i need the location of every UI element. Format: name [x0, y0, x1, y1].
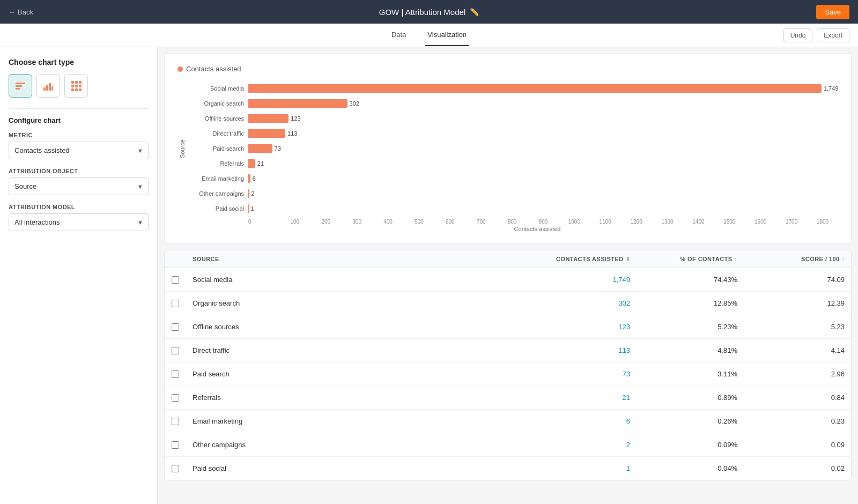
td-contacts-6[interactable]: 6 — [620, 417, 637, 425]
svg-rect-4 — [46, 85, 48, 91]
td-source-1: Organic search — [186, 299, 529, 307]
td-pct-8: 0.04% — [711, 464, 744, 472]
svg-rect-11 — [75, 85, 78, 87]
legend-dot — [177, 66, 183, 72]
svg-rect-7 — [71, 81, 74, 84]
chart-type-title: Choose chart type — [9, 58, 149, 66]
td-contacts-4[interactable]: 73 — [616, 370, 637, 378]
row-checkbox-3[interactable] — [165, 347, 186, 354]
table-row: Direct traffic1134.81%4.14 — [165, 339, 851, 362]
td-source-6: Email marketing — [186, 417, 529, 425]
svg-rect-6 — [51, 86, 53, 91]
td-source-8: Paid social — [186, 464, 529, 472]
table-row: Paid social10.04%0.02 — [165, 457, 851, 480]
td-pct-7: 0.09% — [711, 441, 744, 449]
td-contacts-1[interactable]: 302 — [612, 299, 637, 307]
td-score-0: 74.09 — [820, 276, 851, 284]
undo-button[interactable]: Undo — [783, 28, 813, 42]
td-score-7: 0.09 — [825, 441, 851, 449]
td-source-0: Social media — [186, 276, 529, 284]
td-contacts-0[interactable]: 1,749 — [606, 276, 637, 284]
tabs: Data Visualization — [389, 24, 469, 46]
td-pct-0: 74.43% — [707, 276, 744, 284]
td-source-7: Other campaigns — [186, 441, 529, 449]
sidebar-divider — [9, 108, 149, 109]
attribution-model-label: Attribution model — [9, 204, 149, 210]
table-card: SOURCE CONTACTS ASSISTED ⬇ % OF CONTACTS… — [164, 250, 852, 480]
svg-rect-1 — [16, 85, 22, 87]
metric-label: Metric — [9, 132, 149, 138]
th-checkbox — [165, 256, 186, 262]
sort-contacts-icon: ⬇ — [626, 256, 630, 262]
chart-type-grouped-button[interactable] — [36, 74, 60, 98]
td-pct-1: 12.85% — [707, 299, 744, 307]
td-score-8: 0.02 — [825, 464, 851, 472]
td-contacts-7[interactable]: 2 — [620, 441, 637, 449]
tabs-bar: Data Visualization Undo Export — [0, 24, 858, 47]
th-source: SOURCE — [186, 256, 529, 262]
td-contacts-3[interactable]: 113 — [612, 346, 637, 354]
back-button[interactable]: ← Back — [9, 8, 33, 16]
table-row: Referrals210.89%0.84 — [165, 386, 851, 410]
chart-type-bar-button[interactable] — [9, 74, 32, 98]
sort-score-icon: ↕ — [842, 256, 845, 262]
td-contacts-8[interactable]: 1 — [620, 464, 637, 472]
row-checkbox-2[interactable] — [165, 323, 186, 331]
header: ← Back GOW | Attribution Model ✏️ Save — [0, 0, 858, 24]
attribution-model-select[interactable]: All interactions First touch Last touch — [9, 213, 149, 231]
td-score-5: 0.84 — [825, 394, 851, 402]
table-body: Social media1,74974.43%74.09Organic sear… — [165, 268, 851, 480]
metric-select[interactable]: Contacts assisted Revenue attributed — [9, 142, 149, 159]
page-title: GOW | Attribution Model ✏️ — [379, 8, 479, 17]
save-button[interactable]: Save — [816, 5, 849, 19]
td-source-2: Offline sources — [186, 323, 529, 331]
svg-rect-2 — [16, 88, 20, 90]
svg-rect-10 — [71, 85, 74, 87]
svg-rect-8 — [75, 81, 78, 84]
td-source-4: Paid search — [186, 370, 529, 378]
table-row: Social media1,74974.43%74.09 — [165, 268, 851, 292]
edit-icon[interactable]: ✏️ — [470, 8, 479, 16]
row-checkbox-4[interactable] — [165, 370, 186, 378]
table-row: Paid search733.11%2.96 — [165, 362, 851, 386]
tab-visualization[interactable]: Visualization — [425, 24, 469, 46]
export-button[interactable]: Export — [817, 28, 849, 42]
svg-rect-5 — [49, 83, 51, 91]
td-pct-4: 3.11% — [711, 370, 744, 378]
row-checkbox-1[interactable] — [165, 300, 186, 307]
main-layout: Choose chart type — [0, 47, 858, 504]
svg-rect-0 — [16, 83, 25, 84]
chart-card: Contacts assisted SourceSocial media1,74… — [164, 54, 852, 243]
metric-select-wrapper: Contacts assisted Revenue attributed ▼ — [9, 142, 149, 159]
td-contacts-2[interactable]: 123 — [612, 323, 637, 331]
row-checkbox-5[interactable] — [165, 394, 186, 402]
back-label: Back — [18, 8, 33, 16]
bar-chart-icon — [14, 80, 26, 92]
row-checkbox-6[interactable] — [165, 418, 186, 425]
tabs-actions: Undo Export — [783, 28, 849, 42]
attribution-object-label: Attribution object — [9, 168, 149, 174]
th-contacts-assisted[interactable]: CONTACTS ASSISTED ⬇ — [529, 256, 637, 262]
th-score[interactable]: SCORE / 100 ↕ — [744, 256, 851, 262]
attribution-object-select[interactable]: Source Campaign Content — [9, 177, 149, 195]
td-score-2: 5.23 — [825, 323, 851, 331]
table-header: SOURCE CONTACTS ASSISTED ⬇ % OF CONTACTS… — [165, 250, 851, 268]
td-pct-3: 4.81% — [711, 346, 744, 354]
tab-data[interactable]: Data — [389, 24, 408, 46]
svg-rect-14 — [75, 88, 78, 91]
chart-type-buttons — [9, 74, 149, 98]
row-checkbox-7[interactable] — [165, 441, 186, 449]
table-row: Email marketing60.26%0.23 — [165, 410, 851, 433]
td-score-1: 12.39 — [820, 299, 851, 307]
td-contacts-5[interactable]: 21 — [616, 394, 637, 402]
th-pct-contacts[interactable]: % OF CONTACTS ↕ — [637, 256, 744, 262]
td-score-6: 0.23 — [825, 417, 851, 425]
row-checkbox-8[interactable] — [165, 465, 186, 472]
sort-pct-icon: ↕ — [735, 256, 737, 262]
chart-type-grid-button[interactable] — [64, 74, 88, 98]
table-row: Other campaigns20.09%0.09 — [165, 433, 851, 457]
row-checkbox-0[interactable] — [165, 276, 186, 284]
svg-rect-15 — [79, 88, 82, 91]
td-source-5: Referrals — [186, 394, 529, 402]
svg-rect-9 — [79, 81, 82, 84]
